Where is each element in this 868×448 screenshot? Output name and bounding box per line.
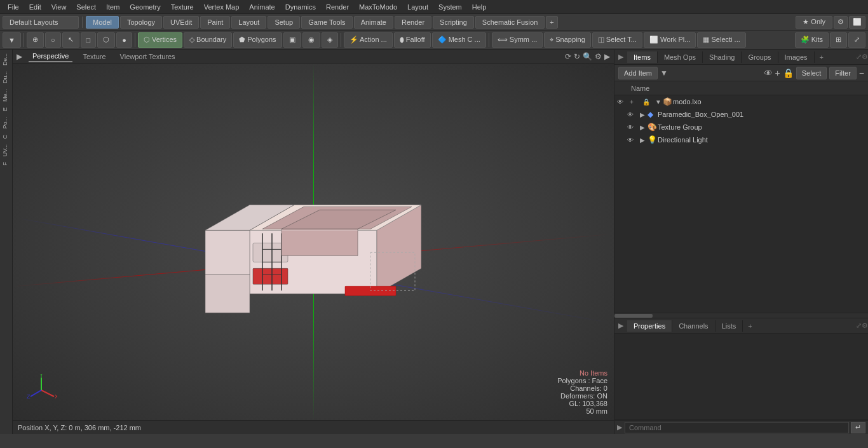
- command-execute-btn[interactable]: ↵: [851, 422, 865, 433]
- tab-scripting[interactable]: Scripting: [433, 16, 474, 29]
- viewport-tab-viewport-textures[interactable]: Viewport Textures: [116, 51, 179, 62]
- items-lock-btn[interactable]: 🔒: [783, 68, 794, 78]
- maximize-button[interactable]: ⬜: [849, 16, 865, 29]
- tab-setup[interactable]: Setup: [268, 16, 300, 29]
- viewport-more-btn[interactable]: ▶: [604, 52, 610, 61]
- items-tab-shading[interactable]: Shading: [703, 51, 742, 63]
- sidebar-item-3[interactable]: E: [1, 105, 11, 114]
- props-tab-lists[interactable]: Lists: [715, 320, 743, 332]
- props-panel-resize[interactable]: ⤢: [856, 322, 862, 330]
- menu-maxtomodo[interactable]: MaxToModo: [354, 2, 402, 12]
- item-row-texture-group[interactable]: 👁 ▶ 🎨 Texture Group: [614, 121, 868, 133]
- menu-system[interactable]: System: [433, 2, 467, 12]
- star-only-button[interactable]: ★ Only: [796, 16, 832, 29]
- square-btn[interactable]: □: [81, 32, 97, 48]
- tool-mode-btn[interactable]: ▼: [3, 32, 21, 48]
- tab-model[interactable]: Model: [86, 16, 119, 29]
- items-tab-mesh-ops[interactable]: Mesh Ops: [658, 51, 703, 63]
- snapping-btn[interactable]: ⌖ Snapping: [544, 32, 591, 48]
- item-vis-texture[interactable]: 👁: [627, 124, 640, 131]
- command-input[interactable]: [625, 422, 849, 433]
- item-vis3-modo-lxo[interactable]: 🔒: [642, 98, 655, 105]
- tab-render[interactable]: Render: [395, 16, 431, 29]
- menu-item[interactable]: Item: [101, 2, 125, 12]
- tab-game-tools[interactable]: Game Tools: [301, 16, 353, 29]
- tab-uvedit[interactable]: UVEdit: [163, 16, 199, 29]
- circle2-btn[interactable]: ◉: [302, 32, 320, 48]
- menu-select[interactable]: Select: [71, 2, 101, 12]
- select-t-btn[interactable]: ◫ Select T...: [592, 32, 642, 48]
- viewport-zoom-btn[interactable]: 🔍: [583, 52, 592, 61]
- square2-btn[interactable]: ▣: [283, 32, 301, 48]
- viewport-orbit-btn[interactable]: ↻: [574, 52, 580, 61]
- menu-view[interactable]: View: [46, 2, 72, 12]
- menu-dynamics[interactable]: Dynamics: [280, 2, 321, 12]
- item-expand-texture[interactable]: ▶: [640, 124, 648, 131]
- menu-animate[interactable]: Animate: [244, 2, 280, 12]
- sidebar-item-5[interactable]: C: [1, 132, 11, 142]
- items-tab-items[interactable]: Items: [627, 51, 658, 63]
- sidebar-item-1[interactable]: Du...: [1, 69, 11, 86]
- menu-edit[interactable]: Edit: [24, 2, 46, 12]
- viewport-collapse[interactable]: ▶: [17, 52, 22, 61]
- menu-file[interactable]: File: [3, 2, 24, 12]
- mesh-btn[interactable]: 🔷 Mesh C ...: [432, 32, 486, 48]
- items-filter-button[interactable]: Filter: [829, 67, 856, 79]
- viewport-reset-btn[interactable]: ⟳: [565, 52, 571, 61]
- symm-btn[interactable]: ⟺ Symm ...: [492, 32, 543, 48]
- item-row-paramedic-box[interactable]: 👁 ▶ ◆ Paramedic_Box_Open_001: [614, 108, 868, 121]
- hex-btn[interactable]: ⬡: [97, 32, 115, 48]
- item-vis-light[interactable]: 👁: [627, 137, 640, 144]
- item-expand-paramedic[interactable]: ▶: [640, 111, 648, 118]
- item-vis2-modo-lxo[interactable]: +: [630, 98, 642, 105]
- polygons-btn[interactable]: ⬟ Polygons: [233, 32, 281, 48]
- sidebar-item-0[interactable]: De...: [1, 51, 11, 68]
- arrow-btn[interactable]: ↖: [62, 32, 79, 48]
- items-panel-collapse[interactable]: ▶: [614, 51, 627, 63]
- items-list-scrollbar[interactable]: [614, 313, 868, 318]
- props-panel-settings[interactable]: ⚙: [862, 322, 868, 330]
- item-expand-modo-lxo[interactable]: ▼: [655, 98, 663, 105]
- items-select-button[interactable]: Select: [796, 67, 827, 79]
- add-item-dropdown[interactable]: ▼: [660, 69, 668, 78]
- boundary-btn[interactable]: ◇ Boundary: [184, 32, 232, 48]
- sidebar-item-7[interactable]: F: [1, 160, 11, 168]
- items-panel-resize[interactable]: ⤢: [856, 53, 862, 61]
- tab-paint[interactable]: Paint: [200, 16, 230, 29]
- circle-btn[interactable]: ○: [45, 32, 61, 48]
- item-row-directional-light[interactable]: 👁 ▶ 💡 Directional Light: [614, 133, 868, 146]
- layout-dropdown[interactable]: Default Layouts: [3, 16, 79, 29]
- tab-layout[interactable]: Layout: [231, 16, 266, 29]
- item-row-modo-lxo[interactable]: 👁 + 🔒 ▼ 📦 modo.lxo: [614, 95, 868, 108]
- items-tab-add[interactable]: +: [815, 51, 829, 63]
- viewport-pan-btn[interactable]: ⚙: [595, 52, 602, 61]
- work-pl-btn[interactable]: ⬜ Work Pl...: [644, 32, 696, 48]
- items-panel-settings[interactable]: ⚙: [862, 53, 868, 61]
- add-tab-button[interactable]: +: [546, 16, 557, 29]
- viewport-tab-texture[interactable]: Texture: [79, 51, 109, 62]
- tab-topology[interactable]: Topology: [120, 16, 162, 29]
- viewport-tab-perspective[interactable]: Perspective: [29, 51, 72, 62]
- menu-texture[interactable]: Texture: [166, 2, 199, 12]
- menu-geometry[interactable]: Geometry: [125, 2, 165, 12]
- selecti-btn[interactable]: ▦ Selecti ...: [697, 32, 745, 48]
- item-expand-light[interactable]: ▶: [640, 137, 648, 144]
- kits-btn[interactable]: 🧩 Kits: [795, 32, 829, 48]
- add-item-button[interactable]: Add Item: [618, 67, 658, 79]
- props-tab-add[interactable]: +: [743, 320, 757, 332]
- item-vis-modo-lxo[interactable]: 👁: [617, 98, 630, 105]
- falloff-btn[interactable]: ⬮ Falloff: [394, 32, 431, 48]
- items-eye-btn[interactable]: 👁: [764, 68, 773, 78]
- sidebar-item-6[interactable]: UV...: [1, 142, 11, 159]
- props-tab-channels[interactable]: Channels: [672, 320, 715, 332]
- menu-layout[interactable]: Layout: [402, 2, 433, 12]
- menu-vertex-map[interactable]: Vertex Map: [199, 2, 245, 12]
- menu-render[interactable]: Render: [321, 2, 354, 12]
- props-tab-properties[interactable]: Properties: [627, 320, 672, 332]
- origin-btn[interactable]: ⊕: [27, 32, 44, 48]
- action-btn[interactable]: ⚡ Action ...: [344, 32, 393, 48]
- items-plus-btn[interactable]: +: [775, 68, 780, 78]
- sidebar-item-4[interactable]: Po...: [1, 114, 11, 132]
- menu-help[interactable]: Help: [467, 2, 492, 12]
- vertices-btn[interactable]: ⬡ Vertices: [138, 32, 182, 48]
